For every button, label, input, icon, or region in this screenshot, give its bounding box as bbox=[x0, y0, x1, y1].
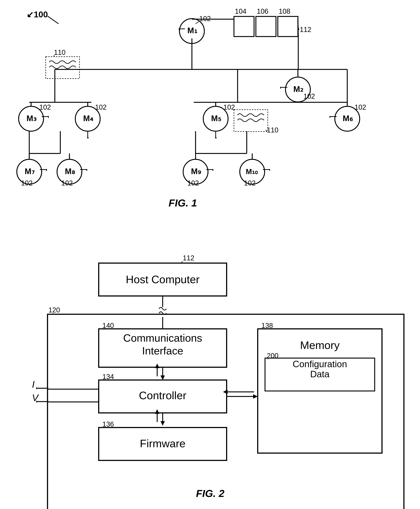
controller-label: Controller bbox=[139, 389, 187, 402]
svg-text:120: 120 bbox=[48, 306, 60, 314]
svg-text:102: 102 bbox=[187, 179, 199, 187]
svg-text:200: 200 bbox=[267, 352, 278, 360]
svg-text:M₁: M₁ bbox=[187, 26, 197, 35]
svg-text:102: 102 bbox=[223, 103, 235, 111]
svg-text:138: 138 bbox=[261, 322, 273, 329]
svg-text:102: 102 bbox=[95, 103, 106, 111]
svg-text:102: 102 bbox=[39, 103, 51, 111]
svg-text:M₄: M₄ bbox=[83, 114, 93, 123]
svg-text:102: 102 bbox=[303, 92, 315, 100]
svg-text:102: 102 bbox=[244, 179, 255, 187]
svg-text:M₆: M₆ bbox=[343, 114, 353, 123]
svg-text:108: 108 bbox=[279, 7, 290, 15]
svg-text:134: 134 bbox=[102, 373, 114, 381]
fig1-label: FIG. 1 bbox=[169, 197, 197, 209]
display-106 bbox=[256, 16, 276, 37]
config-data-label-2: Data bbox=[310, 369, 330, 379]
svg-text:M₅: M₅ bbox=[211, 114, 221, 123]
firmware-label: Firmware bbox=[140, 437, 186, 450]
svg-text:112: 112 bbox=[183, 254, 194, 262]
svg-text:M₈: M₈ bbox=[65, 167, 75, 176]
arrow-right-1 bbox=[253, 394, 258, 399]
svg-text:M₂: M₂ bbox=[293, 85, 303, 94]
svg-text:106: 106 bbox=[257, 7, 268, 15]
arrow-down-1 bbox=[160, 376, 165, 380]
svg-text:102: 102 bbox=[21, 179, 32, 187]
display-108 bbox=[278, 16, 298, 37]
inductor-110-right bbox=[234, 110, 268, 132]
svg-line-14 bbox=[298, 19, 298, 37]
fig2-label: FIG. 2 bbox=[196, 488, 225, 499]
svg-text:M₉: M₉ bbox=[191, 167, 201, 176]
svg-text:M₇: M₇ bbox=[25, 167, 35, 176]
arrow-up-1 bbox=[155, 364, 159, 368]
comm-interface-label-1: Communications bbox=[123, 332, 202, 344]
svg-text:M₃: M₃ bbox=[27, 114, 37, 123]
svg-text:112: 112 bbox=[300, 26, 311, 33]
svg-text:102: 102 bbox=[61, 179, 73, 187]
device-box-120 bbox=[47, 314, 404, 509]
inductor-110-left bbox=[46, 57, 80, 79]
svg-text:102: 102 bbox=[355, 103, 366, 111]
ref-100-label: 100 bbox=[34, 10, 48, 19]
svg-line-4 bbox=[195, 22, 199, 24]
display-104 bbox=[234, 16, 254, 37]
svg-text:140: 140 bbox=[102, 322, 114, 329]
ref-100-arrow: ↙ bbox=[27, 10, 34, 19]
host-computer-label: Host Computer bbox=[126, 273, 199, 286]
arrow-up-2 bbox=[155, 409, 159, 414]
comm-interface-label-2: Interface bbox=[142, 345, 183, 357]
label-I: I bbox=[32, 379, 35, 390]
config-data-label-1: Configuration bbox=[292, 359, 347, 369]
svg-text:110: 110 bbox=[267, 126, 278, 134]
svg-text:110: 110 bbox=[54, 49, 65, 56]
svg-text:M₁₀: M₁₀ bbox=[246, 168, 258, 176]
arrow-left-1 bbox=[223, 390, 228, 394]
svg-text:136: 136 bbox=[102, 420, 114, 428]
svg-text:102: 102 bbox=[199, 15, 211, 22]
svg-text:104: 104 bbox=[235, 7, 246, 15]
arrow-down-2 bbox=[160, 421, 165, 426]
memory-label: Memory bbox=[300, 339, 340, 351]
svg-line-0 bbox=[47, 16, 59, 24]
page: 100 ↙ M₁ 102 104 106 108 112 110 M₃ 102 bbox=[0, 0, 420, 509]
